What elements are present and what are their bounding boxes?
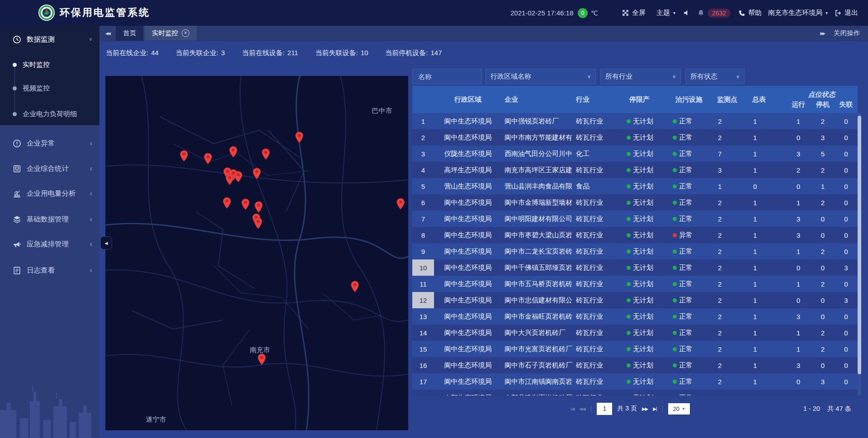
map-pin[interactable] (257, 353, 266, 365)
company-cell: 阆中市金福旺页岩机砖 (502, 312, 573, 321)
table-row[interactable]: 1 阆中生态环境局 阆中强锐页岩砖厂 砖瓦行业 无计划 正常 2 1 1 2 0 (412, 113, 858, 129)
running-cell: 1 (786, 280, 811, 288)
map-pin[interactable] (222, 197, 231, 209)
notifications-button[interactable]: 2632 (698, 0, 731, 26)
stat-offline-devices: 当前失联设备:10 (315, 49, 368, 57)
status-filter-select[interactable]: 所有状态 ∨ (685, 69, 745, 84)
col-index (412, 86, 434, 113)
sidebar-item-base-data[interactable]: 基础数据管理 ‹ (0, 210, 99, 228)
prev-page-button[interactable]: ◀◀ (579, 406, 585, 411)
sidebar-item-enterprise-statistics[interactable]: 企业综合统计 ‹ (0, 160, 99, 178)
map-pin[interactable] (234, 171, 243, 183)
meters-cell: 0 (750, 183, 786, 190)
row-number-cell: 15 (412, 341, 434, 357)
sidebar-item-video-monitoring[interactable]: 视频监控 (0, 80, 99, 96)
map-pin[interactable] (252, 168, 261, 179)
table-row[interactable]: 4 高坪生态环境局 南充市高坪区王家店建 砖瓦行业 无计划 正常 3 1 2 2… (412, 162, 858, 178)
tab-realtime-monitoring[interactable]: 实时监控 × (145, 26, 197, 41)
table-scrollbar-thumb[interactable] (858, 116, 861, 374)
table-row[interactable]: 7 阆中生态环境局 阆中明阳建材有限公司 砖瓦行业 无计划 正常 2 1 3 0… (412, 211, 858, 227)
fullscreen-button[interactable]: 全屏 (622, 0, 646, 26)
logout-button[interactable]: 退出 (835, 0, 858, 26)
table-row[interactable]: 11 阆中生态环境局 阆中市五马桥页岩机砖 砖瓦行业 无计划 正常 2 1 1 … (412, 276, 858, 292)
map-panel[interactable]: 巴中市南充市遂宁市 (105, 76, 408, 430)
industry-filter-select[interactable]: 所有行业 ∨ (600, 69, 681, 84)
table-row[interactable]: 10 阆中生态环境局 阆中千佛镇五郎垭页岩 砖瓦行业 无计划 正常 2 1 0 … (412, 259, 858, 276)
map-pin[interactable] (350, 281, 359, 292)
table-row[interactable]: 5 营山生态环境局 营山县润丰肉食品有限 食品 无计划 正常 1 0 0 1 0 (412, 178, 858, 194)
industry-cell: 砖瓦行业 (573, 377, 627, 386)
map-pin[interactable] (241, 198, 250, 210)
close-operations-dropdown[interactable]: 关闭操作 (834, 29, 860, 38)
table-row[interactable]: 2 阆中生态环境局 阆中市南方节能建材有 砖瓦行业 无计划 正常 2 1 0 3… (412, 129, 858, 146)
log-document-icon (13, 266, 21, 275)
sound-button[interactable] (684, 0, 690, 26)
map-pin[interactable] (225, 174, 234, 185)
table-row[interactable]: 9 阆中生态环境局 阆中市二龙长宝页岩砖 砖瓦行业 无计划 正常 2 1 1 2… (412, 243, 858, 259)
meters-cell: 1 (750, 264, 786, 272)
table-row[interactable]: 12 阆中生态环境局 阆中市忠信建材有限公 砖瓦行业 无计划 正常 2 1 0 … (412, 292, 858, 308)
running-cell: 3 (786, 231, 811, 239)
table-row[interactable]: 18 南部生态环境局 南部县建兴页岩机砖厂 砖瓦行业 无计划 正常 2 0 0 … (412, 390, 858, 396)
page-number-input[interactable] (597, 403, 612, 415)
page-size-select[interactable]: 20 ▼ (668, 403, 690, 414)
map-pin[interactable] (254, 217, 263, 229)
map-pin[interactable] (179, 150, 189, 162)
sidebar-item-enterprise-abnormal[interactable]: 企业异常 ‹ (0, 134, 99, 152)
sidebar-item-power-load-detail[interactable]: 企业电力负荷明细 (0, 106, 99, 122)
row-number-cell: 12 (412, 292, 434, 308)
sidebar-item-log-view[interactable]: 日志查看 ‹ (0, 261, 99, 279)
facility-status-cell: 正常 (673, 117, 714, 126)
expand-tabs-icon[interactable]: ▶▶ (820, 31, 825, 36)
facility-status-dot (673, 136, 677, 140)
table-row[interactable]: 17 阆中生态环境局 阆中市江南镇阆南页岩 砖瓦行业 无计划 正常 2 1 0 … (412, 373, 858, 390)
help-button[interactable]: 帮助 (739, 0, 762, 26)
facility-status-cell: 正常 (673, 312, 714, 321)
region-filter-select[interactable]: 行政区域名称 ∨ (486, 69, 596, 84)
map-pin[interactable] (229, 146, 238, 158)
name-filter-field[interactable] (412, 69, 482, 84)
meters-cell: 1 (750, 297, 786, 304)
table-row[interactable]: 3 仪陇生态环境局 西南油气田分公司川中 化工 无计划 正常 7 1 3 5 0 (412, 146, 858, 162)
first-page-button[interactable]: |◀ (571, 406, 574, 411)
map-pin[interactable] (261, 148, 270, 160)
tab-home[interactable]: 首页 (116, 26, 143, 41)
table-row[interactable]: 16 阆中生态环境局 阆中市石子页岩机砖厂 砖瓦行业 无计划 正常 2 1 3 … (412, 357, 858, 373)
total-pages-label: 共 3 页 (617, 405, 637, 413)
org-dropdown[interactable]: 南充市生态环境局 ▾ (768, 0, 828, 26)
map-pin[interactable] (254, 201, 263, 213)
table-row[interactable]: 8 阆中生态环境局 阆中市枣碧大梁山页岩 砖瓦行业 无计划 异常 2 1 3 0… (412, 227, 858, 243)
table-row[interactable]: 13 阆中生态环境局 阆中市金福旺页岩机砖 砖瓦行业 无计划 正常 2 1 3 … (412, 308, 858, 325)
region-cell: 阆中生态环境局 (434, 280, 502, 288)
theme-dropdown[interactable]: 主题 ▾ (656, 0, 675, 26)
table-row[interactable]: 14 阆中生态环境局 阆中大兴页岩机砖厂 砖瓦行业 无计划 正常 2 1 1 2… (412, 325, 858, 341)
map-pin[interactable] (295, 132, 304, 143)
bullet-dot-icon (13, 112, 17, 116)
chevron-left-icon: ‹ (90, 267, 92, 274)
chevron-down-icon: ▾ (673, 10, 675, 15)
table-row[interactable]: 15 阆中生态环境局 阆中市光富页岩机砖厂 砖瓦行业 无计划 正常 2 1 1 … (412, 341, 858, 357)
next-page-button[interactable]: ▶▶ (642, 406, 648, 411)
map-roads (105, 76, 408, 430)
last-page-button[interactable]: ▶| (653, 406, 656, 411)
sidebar-item-emergency-reduction[interactable]: 应急减排管理 ‹ (0, 235, 99, 253)
chevron-down-icon: ∨ (587, 74, 591, 80)
collapse-tabs-icon[interactable]: ◀◀ (99, 26, 116, 41)
limit-status-cell: 无计划 (627, 133, 673, 142)
map-collapse-button[interactable]: ◀ (100, 236, 112, 250)
name-filter-input[interactable] (417, 72, 477, 81)
points-cell: 2 (714, 264, 750, 272)
industry-cell: 砖瓦行业 (573, 247, 627, 256)
map-pin[interactable] (203, 153, 212, 165)
meters-cell: 1 (750, 134, 786, 141)
table-row[interactable]: 6 阆中生态环境局 阆中市金博瑞新型墙材 砖瓦行业 无计划 正常 2 1 1 2… (412, 194, 858, 211)
sidebar-item-power-analysis[interactable]: 企业用电量分析 ‹ (0, 184, 99, 203)
limit-status-dot (627, 347, 631, 351)
sidebar-item-realtime-monitoring[interactable]: 实时监控 (0, 57, 99, 73)
map-city-label: 南充市 (250, 346, 270, 354)
map-pin[interactable] (396, 198, 405, 210)
sidebar-item-data-monitoring[interactable]: 数据监测 ∨ (0, 30, 99, 48)
table-body: 1 阆中生态环境局 阆中强锐页岩砖厂 砖瓦行业 无计划 正常 2 1 1 2 0… (412, 113, 858, 396)
industry-cell: 砖瓦行业 (573, 329, 627, 337)
close-tab-icon[interactable]: × (182, 29, 189, 37)
